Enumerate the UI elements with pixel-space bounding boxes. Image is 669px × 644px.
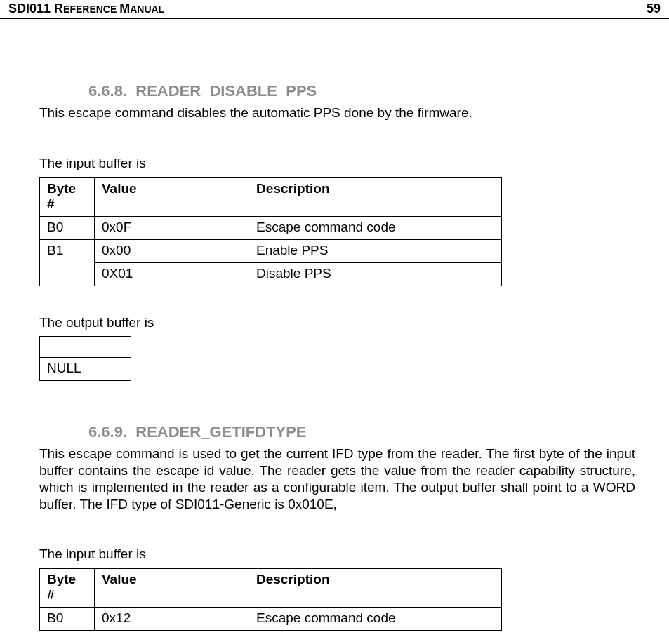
th-byte: Byte #: [40, 569, 95, 608]
th-value: Value: [95, 569, 249, 608]
table-header-row: Byte # Value Description: [40, 569, 502, 608]
cell-desc: Disable PPS: [249, 262, 502, 286]
section-668-intro: This escape command disables the automat…: [39, 105, 635, 121]
input-buffer-label-669: The input buffer is: [39, 546, 635, 563]
section-number: 6.6.8.: [88, 82, 127, 100]
cell-value: 0X01: [95, 262, 249, 286]
table-row: B0 0x0F Escape command code: [40, 216, 502, 239]
table-row: [40, 337, 131, 358]
title-part1: SDI011 R: [8, 1, 63, 15]
section-number: 6.6.9.: [88, 423, 127, 441]
cell-desc: Enable PPS: [249, 239, 502, 262]
cell-value: 0x00: [95, 239, 249, 262]
title-part4: ANUAL: [130, 4, 164, 15]
section-title: READER_DISABLE_PPS: [135, 82, 317, 100]
cell-null: NULL: [40, 358, 131, 381]
spacer: [39, 518, 635, 546]
section-heading-669: 6.6.9. READER_GETIFDTYPE: [39, 423, 635, 441]
table-row: B0 0x12 Escape command code: [40, 608, 502, 631]
table-row: 0X01 Disable PPS: [40, 262, 502, 286]
cell-empty: [40, 337, 131, 358]
cell-byte: B1: [40, 239, 95, 286]
spacer: [39, 286, 635, 314]
input-buffer-table-668: Byte # Value Description B0 0x0F Escape …: [39, 177, 502, 286]
cell-value: 0x12: [95, 608, 249, 631]
th-value: Value: [95, 177, 249, 216]
spacer: [39, 127, 635, 155]
title-part2: EFERENCE: [63, 4, 119, 15]
page-number: 59: [647, 1, 661, 16]
table-header-row: Byte # Value Description: [40, 177, 502, 216]
section-heading-668: 6.6.8. READER_DISABLE_PPS: [39, 82, 635, 100]
th-byte: Byte #: [40, 177, 95, 216]
table-row: B1 0x00 Enable PPS: [40, 239, 502, 262]
th-desc: Description: [249, 177, 502, 216]
th-desc: Description: [249, 569, 502, 608]
section-669-intro: This escape command is used to get the c…: [39, 445, 635, 512]
input-buffer-label-668: The input buffer is: [39, 155, 635, 172]
cell-desc: Escape command code: [249, 216, 502, 239]
section-title: READER_GETIFDTYPE: [135, 423, 306, 441]
cell-desc: Escape command code: [249, 608, 502, 631]
output-buffer-label-668: The output buffer is: [39, 314, 635, 331]
cell-byte: B0: [40, 216, 95, 239]
content-area: 6.6.8. READER_DISABLE_PPS This escape co…: [0, 19, 669, 644]
title-part3: M: [119, 1, 130, 15]
output-buffer-table-668: NULL: [39, 336, 131, 381]
cell-byte: B0: [40, 608, 95, 631]
page-header: SDI011 REFERENCE MANUAL 59: [0, 0, 669, 19]
page: SDI011 REFERENCE MANUAL 59 6.6.8. READER…: [0, 0, 669, 644]
table-row: NULL: [40, 358, 131, 381]
doc-title: SDI011 REFERENCE MANUAL: [8, 1, 164, 16]
input-buffer-table-669: Byte # Value Description B0 0x12 Escape …: [39, 568, 502, 631]
cell-value: 0x0F: [95, 216, 249, 239]
